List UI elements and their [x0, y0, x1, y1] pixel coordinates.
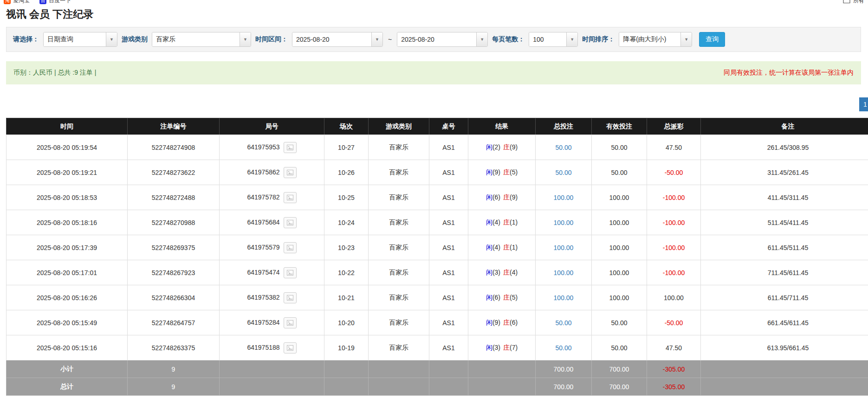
- total-bet-link[interactable]: 100.00: [554, 244, 574, 251]
- cell-game-type: 百家乐: [369, 185, 429, 210]
- total-bet-link[interactable]: 50.00: [555, 344, 571, 352]
- table-header-row: 时间 注单编号 局号 场次 游戏类别 桌号 结果 总投注 有效投注 总派彩 备注: [6, 118, 868, 135]
- total-bet-link[interactable]: 100.00: [554, 269, 574, 276]
- video-replay-icon[interactable]: [284, 167, 297, 178]
- video-replay-icon[interactable]: [284, 342, 297, 353]
- table-row: 2025-08-20 05:18:16 522748270988 6419756…: [6, 210, 868, 235]
- summary-count: 9: [128, 378, 220, 396]
- cell-total-bet: 100.00: [536, 235, 592, 260]
- player-result: 闲: [486, 269, 492, 276]
- pagination-page-1[interactable]: 1: [859, 97, 868, 111]
- cell-time: 2025-08-20 05:19:54: [6, 135, 128, 160]
- player-points: (3): [492, 269, 500, 276]
- video-replay-icon[interactable]: [284, 192, 297, 203]
- cell-remark: 611.45/511.45: [701, 235, 868, 260]
- banker-result: 庄: [503, 193, 510, 201]
- cell-round: 641975684: [220, 210, 324, 235]
- cell-game-type: 百家乐: [369, 335, 429, 360]
- page-size-select: ▼: [529, 32, 578, 47]
- banker-result: 庄: [503, 344, 510, 351]
- empty-cell: [468, 360, 536, 378]
- query-button[interactable]: 查询: [699, 32, 725, 47]
- player-points: (2): [492, 143, 500, 151]
- cell-round: 641975284: [220, 310, 324, 335]
- baidu-icon: 百: [39, 0, 46, 4]
- video-replay-icon[interactable]: [284, 267, 297, 278]
- player-points: (4): [492, 218, 500, 226]
- bookmark-baidu-label: 百度一下: [49, 0, 71, 5]
- total-bet-link[interactable]: 50.00: [555, 169, 571, 176]
- page-size-input[interactable]: [529, 32, 566, 46]
- round-number: 641975862: [247, 168, 279, 175]
- banker-result: 庄: [503, 168, 510, 176]
- round-number: 641975382: [247, 293, 279, 301]
- cell-valid-bet: 50.00: [592, 135, 647, 160]
- total-bet-link[interactable]: 50.00: [555, 144, 571, 151]
- video-replay-icon[interactable]: [284, 292, 297, 303]
- cell-result: 闲(6)庄(9): [468, 185, 536, 210]
- cell-total-bet: 100.00: [536, 260, 592, 285]
- bookmark-baidu[interactable]: 百 百度一下: [39, 0, 71, 5]
- total-bet-link[interactable]: 100.00: [554, 194, 574, 201]
- banker-result: 庄: [503, 244, 510, 251]
- banker-points: (1): [510, 244, 518, 251]
- date-from-input[interactable]: [292, 32, 371, 46]
- video-replay-icon[interactable]: [284, 142, 297, 153]
- cell-time: 2025-08-20 05:18:16: [6, 210, 128, 235]
- date-to-input[interactable]: [397, 32, 476, 46]
- cell-time: 2025-08-20 05:17:39: [6, 235, 128, 260]
- cell-remark: 261.45/308.95: [701, 135, 868, 160]
- total-bet-link[interactable]: 100.00: [554, 294, 574, 302]
- empty-cell: [429, 378, 468, 396]
- cell-game-type: 百家乐: [369, 210, 429, 235]
- game-type-input[interactable]: [152, 32, 240, 46]
- total-bet-link[interactable]: 100.00: [554, 219, 574, 226]
- cell-result: 闲(3)庄(7): [468, 335, 536, 360]
- empty-cell: [220, 378, 324, 396]
- cell-round: 641975474: [220, 260, 324, 285]
- date-separator: ~: [387, 36, 393, 43]
- banker-result: 庄: [503, 294, 510, 301]
- video-replay-icon[interactable]: [284, 242, 297, 253]
- bookmark-taobao-label: 爱淘宝: [13, 0, 30, 5]
- date-query-input[interactable]: [44, 32, 106, 46]
- player-result: 闲: [486, 244, 492, 251]
- col-valid-bet: 有效投注: [592, 118, 647, 135]
- cell-total-bet: 100.00: [536, 185, 592, 210]
- player-result: 闲: [486, 319, 492, 326]
- round-number: 641975474: [247, 268, 279, 276]
- page-title: 视讯 会员 下注纪录: [6, 8, 868, 20]
- banker-points: (5): [510, 294, 518, 301]
- filter-bar: 请选择： ▼ 游戏类别 ▼ 时间区间： ▼ ~ ▼ 每页笔数： ▼ 时间排序： …: [6, 27, 861, 52]
- chevron-down-icon[interactable]: ▼: [371, 32, 382, 46]
- chevron-down-icon[interactable]: ▼: [680, 32, 692, 46]
- cell-table-id: AS1: [429, 185, 468, 210]
- cell-payout: 100.00: [647, 285, 701, 310]
- bookmark-taobao[interactable]: 淘 爱淘宝: [4, 0, 30, 5]
- cell-remark: 611.45/711.45: [701, 285, 868, 310]
- all-bookmarks-button[interactable]: 所有: [843, 0, 864, 6]
- cell-session: 10-23: [324, 235, 369, 260]
- cell-table-id: AS1: [429, 285, 468, 310]
- round-number: 641975684: [247, 218, 279, 225]
- summary-row: 总计 9 700.00 700.00 -305.00: [6, 378, 868, 396]
- player-result: 闲: [486, 143, 492, 151]
- banker-points: (1): [510, 218, 518, 226]
- chevron-down-icon[interactable]: ▼: [476, 32, 487, 46]
- cell-valid-bet: 100.00: [592, 185, 647, 210]
- cell-round: 641975579: [220, 235, 324, 260]
- video-replay-icon[interactable]: [284, 217, 297, 228]
- cell-game-type: 百家乐: [369, 160, 429, 185]
- sort-order-input[interactable]: [619, 32, 680, 46]
- chevron-down-icon[interactable]: ▼: [106, 32, 117, 46]
- player-points: (9): [492, 168, 500, 176]
- chevron-down-icon[interactable]: ▼: [566, 32, 577, 46]
- chevron-down-icon[interactable]: ▼: [240, 32, 251, 46]
- round-number: 641975782: [247, 193, 279, 200]
- cell-remark: 613.95/661.45: [701, 335, 868, 360]
- cell-table-id: AS1: [429, 135, 468, 160]
- video-replay-icon[interactable]: [284, 317, 297, 328]
- cell-valid-bet: 100.00: [592, 285, 647, 310]
- cell-valid-bet: 100.00: [592, 235, 647, 260]
- total-bet-link[interactable]: 50.00: [555, 319, 571, 327]
